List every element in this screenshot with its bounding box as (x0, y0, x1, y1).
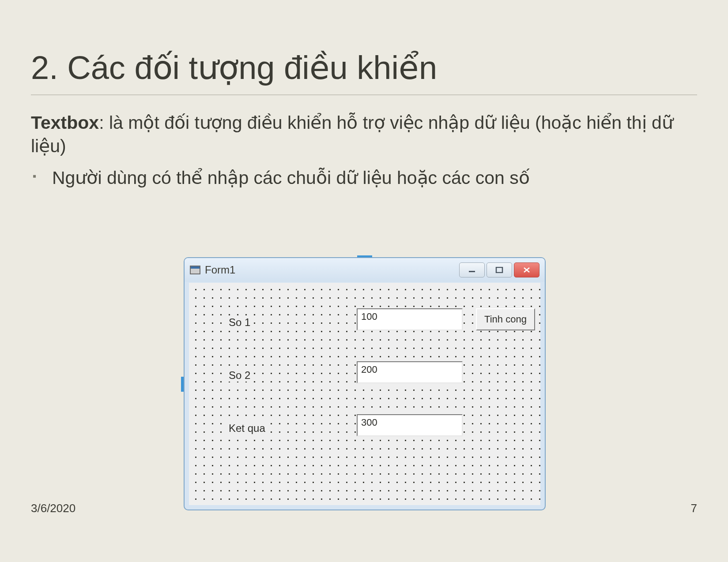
minimize-button[interactable] (459, 262, 485, 277)
form-client-area[interactable]: So 1 So 2 Ket qua 100 200 300 Tinh cong (189, 283, 540, 505)
maximize-button[interactable] (487, 262, 512, 277)
form-icon (190, 266, 200, 274)
label-so2[interactable]: So 2 (227, 369, 252, 382)
close-button[interactable] (514, 262, 539, 277)
bullet-list: Người dùng có thể nhập các chuỗi dữ liệu… (31, 166, 697, 190)
slide-title: 2. Các đối tượng điều khiển (31, 49, 697, 86)
svg-rect-1 (496, 267, 502, 273)
textbox-so2[interactable]: 200 (357, 361, 463, 383)
button-tinh-cong[interactable]: Tinh cong (476, 308, 535, 330)
window-title-group: Form1 (190, 264, 235, 276)
label-so1[interactable]: So 1 (227, 316, 252, 329)
intro-rest: : là một đối tượng điều khiển hỗ trợ việ… (31, 112, 673, 156)
intro-paragraph: Textbox: là một đối tượng điều khiển hỗ … (31, 111, 697, 158)
footer-date: 3/6/2020 (31, 502, 75, 515)
textbox-ketqua[interactable]: 300 (357, 414, 463, 436)
close-icon (523, 267, 531, 273)
title-divider (31, 94, 697, 95)
vb6-form-designer: Form1 (184, 257, 546, 511)
window-titlebar[interactable]: Form1 (185, 258, 545, 282)
window-title: Form1 (205, 264, 235, 276)
minimize-icon (468, 267, 476, 273)
maximize-icon (495, 267, 503, 273)
bullet-item: Người dùng có thể nhập các chuỗi dữ liệu… (33, 166, 697, 190)
label-ketqua[interactable]: Ket qua (227, 422, 267, 435)
window-frame: Form1 (184, 257, 546, 510)
footer-page-number: 7 (691, 502, 697, 515)
textbox-so1[interactable]: 100 (357, 308, 463, 330)
slide: 2. Các đối tượng điều khiển Textbox: là … (0, 0, 728, 562)
window-control-buttons (459, 262, 539, 277)
intro-bold: Textbox (31, 112, 99, 133)
svg-rect-0 (469, 271, 475, 272)
